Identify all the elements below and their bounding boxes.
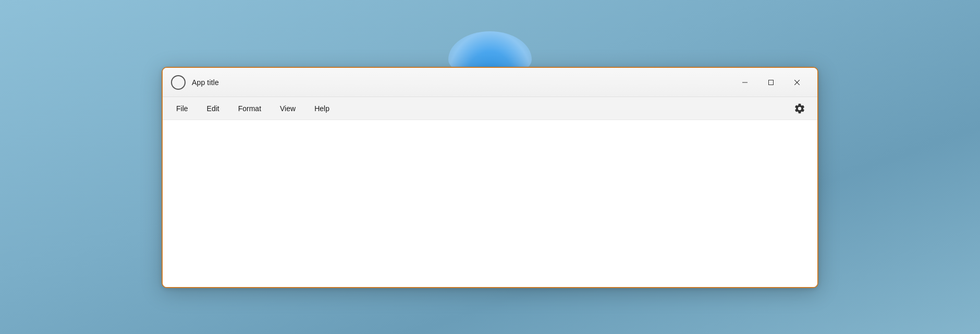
menu-items-container: File Edit Format View Help (167, 101, 790, 116)
minimize-button[interactable] (733, 74, 757, 91)
title-bar-left: App title (171, 75, 733, 90)
close-button[interactable] (785, 74, 809, 91)
gear-icon (794, 103, 805, 114)
svg-rect-1 (769, 80, 774, 85)
svg-point-4 (798, 107, 801, 110)
application-window: App title (162, 67, 818, 288)
minimize-icon (742, 80, 748, 85)
menu-item-edit[interactable]: Edit (198, 101, 229, 116)
svg-rect-0 (742, 82, 748, 82)
menu-item-file[interactable]: File (167, 101, 198, 116)
maximize-icon (768, 80, 774, 85)
app-icon (171, 75, 186, 90)
title-bar: App title (163, 68, 817, 97)
close-icon (794, 80, 800, 85)
settings-button[interactable] (790, 99, 809, 118)
content-area (163, 120, 817, 287)
maximize-button[interactable] (759, 74, 783, 91)
title-bar-controls (733, 74, 809, 91)
menu-bar: File Edit Format View Help (163, 97, 817, 120)
app-title: App title (192, 78, 219, 87)
menu-item-view[interactable]: View (271, 101, 305, 116)
menu-item-help[interactable]: Help (305, 101, 339, 116)
menu-item-format[interactable]: Format (229, 101, 271, 116)
menu-bar-right (790, 99, 813, 118)
window-wrapper: App title (162, 67, 818, 288)
